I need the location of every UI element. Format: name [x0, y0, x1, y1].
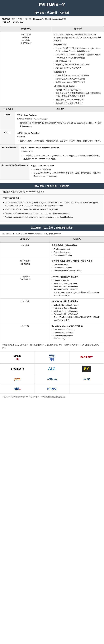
main-content-box: 主要工作内容包括： Assist the Team with coordinat… [0, 194, 104, 222]
table-row: 每周60分钟在线视频PPT授课+疑难问题解答 投行、咨询、科技公司、Health… [0, 32, 104, 106]
p2-detail-1: 个人背景挖掘、定制申请策略 Profile Assessment Career … [50, 242, 104, 258]
logo-ey: EY [69, 364, 104, 374]
phase2-project-subtitle: 涵盖项目：芝加哥/加拿大Data Analytics实战项目 [0, 189, 104, 194]
main-content-title: 主要工作内容包括： [3, 197, 101, 200]
table-row: 40分钟交流+导师书面修改 个性化文件改改（简历、求职信、领英个人主页） Res… [0, 258, 104, 274]
mentor-section-headers: 公司与职位 导师介绍 [0, 106, 104, 112]
table-row: 3小时训练 Networking技能提升+策略定制 LinkedIn Netwo… [0, 298, 104, 323]
mentor-suntrust-content: B导师—Market Risk Quantitative Analytics S… [19, 145, 104, 162]
mentor-canada-content: E导师—Actuarial Modeler 现任保险产品模型师 曾任职Data … [29, 162, 104, 180]
mentor-ey-org: EY U.S. [4, 114, 11, 116]
company-position-header: 公司与职位 [0, 106, 17, 112]
phase1-banner: 第一阶段：线上集训，扎实基础 [0, 10, 104, 16]
main-content-bullets: Assist the Team with coordinating and ma… [3, 201, 101, 218]
p2-time-5: 5小时训练 [0, 323, 50, 342]
training-platform-label: 上课方式：DBC官方APP [2, 21, 24, 23]
col-header-time: 课时和形式 [0, 26, 52, 32]
p2-col-detail: 阶段细节 [50, 236, 104, 242]
p2-col-time: 课时和形式 [0, 236, 50, 242]
bullet-1: Assist the Team with coordinating and ma… [5, 201, 101, 207]
mentor-ey: EY U.S. Y导师—Data Analytics EY Data Analy… [0, 112, 104, 130]
logo-kpmg: KPMG [35, 384, 69, 394]
phase2-private-table: 课时和形式 阶段细节 2小时指导 个人背景挖掘、定制申请策略 Profile A… [0, 236, 104, 342]
page-header: 特训计划内容一览 [0, 0, 104, 10]
p2-time-2: 40分钟交流+导师书面修改 [0, 258, 50, 274]
phase2-project-banner: 第二阶段：项目实践，丰富经历 [0, 183, 104, 189]
p2-detail-3: Networking技能提升+策略定制 LinkedIn Revision Ne… [50, 274, 104, 298]
p2-time-3: 2小时指导+导师书面修改 [0, 274, 50, 298]
mentor-ey-label: EY U.S. [0, 112, 15, 130]
mentor-citi-label: Citi U.S. [0, 130, 15, 144]
table-row: 2小时指导+导师书面修改 Networking技能提升+策略定制 LinkedI… [0, 274, 104, 298]
mentor-suntrust-label: Suntrust Bank U.S. [0, 145, 19, 162]
table-row: 5小时训练 Behavioral Interview指导+模拟面试 Resume… [0, 323, 104, 342]
table-row: 2小时指导 个人背景挖掘、定制申请策略 Profile Assessment C… [0, 242, 104, 258]
logo-pwc: pwc [0, 374, 35, 384]
logo-bloomberg: Bloomberg [0, 364, 35, 374]
training-mentors-label: 集训导师：投行、咨询、科技公司、Healthcare等各行业Data Analy… [2, 18, 66, 20]
logo-jpmorgan: J.P.Morgan [35, 374, 69, 384]
mentor-citi-content: C导师—Digital Targeting VP at Citi 负责Citi … [15, 130, 104, 144]
logo-grid: group m verisk Analytics FACTSET Bloombe… [0, 351, 104, 394]
mentor-intro-header: 导师介绍 [17, 106, 104, 112]
logos-intro: 学员会被匹配2-3位私人导师进行一对一求职技能提升，导师来自北美、英国、香港及国… [0, 342, 104, 351]
phase1-table: 课时和形式 阶段细节 每周60分钟在线视频PPT授课+疑难问题解答 投行、咨询、… [0, 26, 104, 107]
mentor-canada: 某Ecomm教育平台大数据训练Canada E导师—Actuarial Mode… [0, 162, 104, 180]
logo-factset: FACTSET [69, 351, 104, 364]
phase2-private-banner: 第二阶段：私人指导，高强度备战求职 [0, 224, 104, 231]
logo-carat: Carat [69, 374, 104, 384]
mentor-canada-org: 某Ecomm教育平台大数据训练Canada [1, 164, 28, 166]
p2-time-4: 3小时训练 [0, 298, 50, 323]
p2-detail-5: Behavioral Interview指导+模拟面试 Resume-based… [50, 323, 104, 342]
mentor-suntrust-org: Suntrust Bank U.S. [1, 146, 18, 148]
training-info: 集训导师：投行、咨询、科技公司、Healthcare等各行业Data Analy… [0, 16, 104, 26]
logo-empty [69, 384, 104, 394]
time-cell: 每周60分钟在线视频PPT授课+疑难问题解答 [0, 32, 52, 106]
bullet-3: Work with different software tools to op… [5, 212, 101, 215]
mentor-canada-label: 某Ecomm教育平台大数据训练Canada [0, 162, 29, 180]
mentor-citi: Citi U.S. C导师—Digital Targeting VP at Ci… [0, 130, 104, 145]
logo-groupm: group m [0, 351, 35, 364]
mentor-suntrust: Suntrust Bank U.S. B导师—Market Risk Quant… [0, 145, 104, 162]
page-title: 特训计划内容一览 [3, 2, 101, 7]
p2-detail-4: Networking技能提升+策略定制 LinkedIn Networking … [50, 298, 104, 323]
logo-aig: AIG [35, 364, 69, 374]
p2-detail-2: 个性化文件改改（简历、求职信、领英个人主页） Resume Revision C… [50, 258, 104, 274]
private-mentor-intro: 私人导师：Credit Suisse/Citi/Goldman Sachs等20… [0, 231, 104, 236]
bullet-2: Conduct surveys in collaboration with th… [5, 208, 101, 211]
logo-verisk: verisk Analytics [35, 351, 69, 364]
logo-citi: citi [0, 384, 35, 394]
bullet-4: Work on evaluating, updating and enhanci… [5, 216, 101, 219]
mentor-ey-content: Y导师—Data Analytics EY Data Analytics Pra… [15, 112, 104, 130]
col-header-detail: 阶段细节 [52, 26, 104, 32]
p2-time-1: 2小时指导 [0, 242, 50, 258]
detail-cell: 投行、咨询、科技公司、Healthcare等各行业Data Analytics导… [52, 32, 104, 106]
mentor-citi-org: Citi U.S. [4, 132, 11, 134]
footer-note: ※注：该特训计划课程时间表为DBC专业导师建议，可根据学生实际情况进行适当调整 [0, 394, 104, 400]
